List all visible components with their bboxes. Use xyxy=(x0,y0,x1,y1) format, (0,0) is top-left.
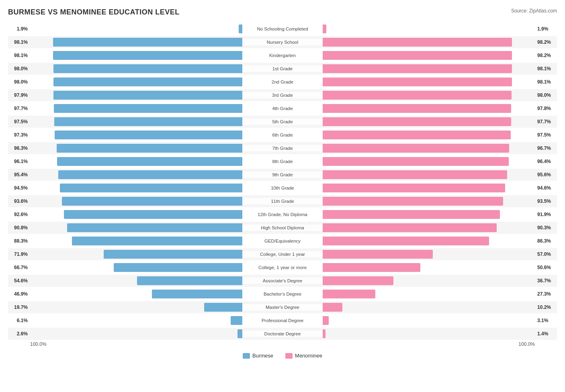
right-value: 97.5% xyxy=(535,132,557,138)
right-bar-container xyxy=(323,276,535,285)
left-value: 98.1% xyxy=(8,53,30,58)
bottom-left-label: 100.0% xyxy=(30,341,47,347)
row-label: 11th Grade xyxy=(242,198,323,204)
right-value: 3.1% xyxy=(535,318,557,323)
left-value: 97.9% xyxy=(8,92,30,98)
left-bar xyxy=(53,51,242,60)
left-bar xyxy=(152,290,242,298)
table-row: 6.1% Professional Degree 3.1% xyxy=(8,314,557,327)
right-bar-container xyxy=(323,51,535,60)
table-row: 46.9% Bachelor's Degree 27.3% xyxy=(8,288,557,300)
right-bar xyxy=(323,78,512,86)
left-bar xyxy=(237,329,242,338)
left-bar xyxy=(57,157,242,166)
legend-burmese-color xyxy=(243,353,250,359)
table-row: 2.6% Doctorate Degree 1.4% xyxy=(8,328,557,340)
row-label: Doctorate Degree xyxy=(242,331,323,337)
right-bar-container xyxy=(323,91,535,100)
left-value: 98.0% xyxy=(8,66,30,71)
left-bar-container xyxy=(30,184,242,192)
table-row: 98.1% Kindergarten 98.2% xyxy=(8,49,557,61)
left-value: 97.5% xyxy=(8,119,30,125)
row-label: 10th Grade xyxy=(242,185,323,191)
row-label: 7th Grade xyxy=(242,145,323,151)
chart-header: BURMESE VS MENOMINEE EDUCATION LEVEL Sou… xyxy=(8,8,557,16)
left-bar-container xyxy=(30,329,242,338)
right-bar-container xyxy=(323,250,535,259)
right-bar xyxy=(323,117,511,126)
left-bar-container xyxy=(30,131,242,139)
table-row: 98.0% 1st Grade 98.1% xyxy=(8,63,557,75)
left-bar xyxy=(54,117,242,126)
right-bar xyxy=(323,38,512,47)
row-label: Master's Degree xyxy=(242,304,323,310)
row-label: 6th Grade xyxy=(242,132,323,138)
left-bar xyxy=(114,263,242,272)
row-label: 5th Grade xyxy=(242,118,323,125)
right-value: 90.3% xyxy=(535,225,557,231)
left-value: 98.1% xyxy=(8,39,30,45)
bottom-labels: 100.0% 100.0% xyxy=(8,341,557,347)
left-value: 97.7% xyxy=(8,106,30,111)
legend-menominee-label: Menominee xyxy=(295,353,322,359)
row-label: College, Under 1 year xyxy=(242,251,323,257)
right-bar xyxy=(323,64,512,73)
left-bar xyxy=(58,170,242,179)
left-value: 2.6% xyxy=(8,331,30,337)
left-bar-container xyxy=(30,38,242,47)
left-value: 6.1% xyxy=(8,318,30,323)
right-bar xyxy=(323,263,420,272)
table-row: 93.6% 11th Grade 93.5% xyxy=(8,195,557,207)
right-bar xyxy=(323,144,509,153)
right-bar xyxy=(323,131,511,139)
right-bar-container xyxy=(323,144,535,153)
left-bar xyxy=(53,64,242,73)
right-value: 1.4% xyxy=(535,331,557,337)
right-bar-container xyxy=(323,290,535,298)
left-value: 94.5% xyxy=(8,185,30,191)
left-bar-container xyxy=(30,237,242,245)
right-bar xyxy=(323,250,433,259)
left-bar-container xyxy=(30,51,242,60)
table-row: 19.7% Master's Degree 10.2% xyxy=(8,301,557,313)
row-label: 9th Grade xyxy=(242,172,323,178)
right-bar xyxy=(323,223,497,232)
left-bar xyxy=(53,38,242,47)
right-value: 96.7% xyxy=(535,145,557,151)
right-bar-container xyxy=(323,157,535,166)
right-bar xyxy=(323,51,512,60)
row-label: Nursery School xyxy=(242,39,323,45)
table-row: 88.3% GED/Equivalency 86.3% xyxy=(8,235,557,247)
chart-container: BURMESE VS MENOMINEE EDUCATION LEVEL Sou… xyxy=(8,8,557,359)
left-bar xyxy=(54,104,242,113)
right-bar-container xyxy=(323,64,535,73)
right-value: 10.2% xyxy=(535,304,557,310)
left-bar-container xyxy=(30,104,242,113)
table-row: 97.9% 3rd Grade 98.0% xyxy=(8,89,557,101)
right-bar xyxy=(323,91,512,100)
chart-title: BURMESE VS MENOMINEE EDUCATION LEVEL xyxy=(8,8,180,16)
table-row: 71.9% College, Under 1 year 57.0% xyxy=(8,248,557,260)
row-label: 12th Grade, No Diploma xyxy=(242,211,323,218)
legend-menominee-color xyxy=(285,353,293,359)
right-bar xyxy=(323,184,505,192)
legend-burmese: Burmese xyxy=(243,353,273,359)
right-bar-container xyxy=(323,170,535,179)
right-value: 94.6% xyxy=(535,185,557,191)
table-row: 66.7% College, 1 year or more 50.6% xyxy=(8,261,557,274)
left-bar-container xyxy=(30,144,242,153)
right-bar xyxy=(323,276,393,285)
chart-body: 1.9% No Schooling Completed 1.9% 98.1% N… xyxy=(8,23,557,340)
table-row: 95.4% 9th Grade 95.6% xyxy=(8,169,557,181)
right-value: 86.3% xyxy=(535,238,557,244)
left-bar xyxy=(137,276,242,285)
right-value: 97.7% xyxy=(535,119,557,125)
table-row: 54.6% Associate's Degree 36.7% xyxy=(8,275,557,287)
left-bar xyxy=(62,197,242,206)
left-bar-container xyxy=(30,64,242,73)
table-row: 92.6% 12th Grade, No Diploma 91.9% xyxy=(8,208,557,220)
table-row: 98.0% 2nd Grade 98.1% xyxy=(8,76,557,88)
left-bar-container xyxy=(30,78,242,86)
right-value: 98.2% xyxy=(535,39,557,45)
right-value: 36.7% xyxy=(535,278,557,284)
